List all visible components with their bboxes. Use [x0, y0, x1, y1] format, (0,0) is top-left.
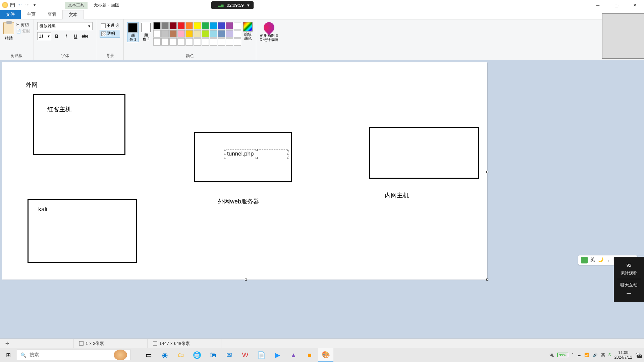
palette-color[interactable] [153, 30, 161, 38]
paste-button[interactable]: 粘贴 [3, 22, 14, 41]
palette-color[interactable] [226, 22, 233, 29]
palette-color[interactable] [194, 30, 201, 38]
palette-color[interactable] [202, 30, 209, 38]
taskbar-app-purple-icon[interactable]: ▲ [286, 348, 301, 362]
taskbar-wps-icon[interactable]: W [237, 348, 253, 362]
font-size-select[interactable]: 11▾ [37, 32, 51, 40]
palette-color[interactable] [153, 22, 161, 29]
strikethrough-button[interactable]: abc [81, 32, 89, 40]
taskbar-app-orange-icon[interactable]: ■ [302, 348, 317, 362]
start-button[interactable]: ⊞ [0, 348, 17, 362]
taskbar-store-icon[interactable]: 🛍 [205, 348, 221, 362]
palette-color[interactable] [161, 22, 169, 29]
font-family-select[interactable]: 微软雅黑▾ [37, 22, 93, 30]
palette-color[interactable] [218, 38, 225, 46]
tray-power-icon[interactable]: 🔌 [549, 353, 554, 357]
palette-color[interactable] [210, 22, 217, 29]
taskbar-app-blue-icon[interactable]: ▶ [270, 348, 285, 362]
paint3d-button[interactable]: 使用画图 3 D 进行编辑 [260, 22, 278, 42]
task-view-icon[interactable]: ▭ [141, 348, 156, 362]
tab-view[interactable]: 查看 [42, 10, 62, 19]
minimize-button[interactable]: ─ [589, 0, 607, 10]
palette-color[interactable] [226, 30, 233, 38]
copy-button[interactable]: 📄 复制 [16, 28, 30, 34]
palette-color[interactable] [185, 22, 193, 29]
taskbar-search[interactable]: 🔍 搜索 [17, 350, 131, 360]
tray-battery[interactable]: 99% [557, 353, 568, 357]
palette-color[interactable] [234, 30, 241, 38]
ime-moon-icon[interactable]: 🌙 [598, 257, 603, 263]
taskbar-chrome-icon[interactable]: 🌐 [189, 348, 205, 362]
tab-file[interactable]: 文件 [0, 10, 21, 19]
palette-color[interactable] [177, 38, 185, 46]
palette-color[interactable] [153, 38, 161, 46]
palette-color[interactable] [218, 22, 225, 29]
group-colors: 颜 色 1 颜 色 2 编辑 颜色 颜色 [124, 19, 256, 60]
palette-color[interactable] [177, 30, 185, 38]
tab-home[interactable]: 主页 [21, 10, 42, 19]
qat-dropdown-icon[interactable]: ▾ [32, 2, 38, 8]
palette-color[interactable] [169, 38, 177, 46]
palette-color[interactable] [226, 38, 233, 46]
canvas-handle-right[interactable] [486, 171, 488, 173]
palette-color[interactable] [185, 30, 193, 38]
timer-dropdown-icon[interactable]: ▾ [247, 3, 250, 8]
tray-clock[interactable]: 11:09 2024/7/12 [614, 350, 632, 360]
save-qat-icon[interactable]: 💾 [9, 2, 15, 8]
underline-button[interactable]: U [71, 32, 79, 40]
close-button[interactable]: ✕ [626, 0, 644, 10]
live-chat-label[interactable]: 聊天互动 [617, 282, 641, 288]
paint-canvas[interactable]: 外网 红客主机 kali tunnel.php 外网web服务器 内网主机 [2, 62, 487, 280]
tray-chevron-up-icon[interactable]: ˄ [572, 353, 574, 357]
tab-text[interactable]: 文本 [62, 10, 84, 19]
bg-transparent-option[interactable]: 透明 [100, 30, 120, 38]
undo-qat-icon[interactable]: ↶ [17, 2, 23, 8]
live-collapse-icon[interactable]: — [617, 291, 641, 296]
canvas-handle-bottom[interactable] [245, 279, 247, 281]
palette-color[interactable] [161, 38, 169, 46]
palette-color[interactable] [202, 22, 209, 29]
taskbar-notepad-icon[interactable]: 📄 [254, 348, 269, 362]
palette-color[interactable] [177, 22, 185, 29]
palette-color[interactable] [169, 30, 177, 38]
tray-notifications-icon[interactable]: 💬10 [636, 353, 641, 357]
palette-color[interactable] [161, 30, 169, 38]
palette-color[interactable] [210, 38, 217, 46]
palette-color[interactable] [234, 22, 241, 29]
palette-color[interactable] [210, 30, 217, 38]
taskbar-edge-icon[interactable]: ◉ [157, 348, 172, 362]
bg-opaque-option[interactable]: 不透明 [100, 22, 120, 29]
tray-volume-icon[interactable]: 🔊 [593, 353, 598, 357]
taskbar-mail-icon[interactable]: ✉ [221, 348, 237, 362]
ime-comma-icon[interactable]: ， [606, 257, 611, 263]
crosshair-icon: ✛ [5, 341, 9, 346]
cut-button[interactable]: ✂ 剪切 [16, 22, 30, 28]
palette-color[interactable] [169, 22, 177, 29]
search-art-icon [114, 350, 127, 360]
palette-color[interactable] [202, 38, 209, 46]
palette-color[interactable] [185, 38, 193, 46]
bold-button[interactable]: B [53, 32, 61, 40]
canvas-text-editing-tunnel[interactable]: tunnel.php [225, 149, 288, 158]
ime-lang[interactable]: 英 [590, 257, 595, 263]
italic-button[interactable]: I [62, 32, 70, 40]
redo-qat-icon[interactable]: ↷ [24, 2, 30, 8]
recording-timer[interactable]: ▁▃▅ 02:09:59 ▾ [211, 1, 254, 9]
tray-wifi-icon[interactable]: 📶 [584, 353, 589, 357]
color1-button[interactable]: 颜 色 1 [127, 22, 139, 42]
tray-cloud-icon[interactable]: ☁ [577, 353, 581, 357]
tray-ime-icon[interactable]: S [608, 353, 611, 357]
maximize-button[interactable]: ▢ [607, 0, 626, 10]
palette-color[interactable] [218, 30, 225, 38]
tray-lang[interactable]: 英 [601, 352, 605, 358]
group-label-colors: 颜色 [127, 52, 253, 59]
canvas-handle-corner[interactable] [486, 279, 488, 281]
color2-button[interactable]: 颜 色 2 [141, 22, 151, 42]
palette-color[interactable] [194, 38, 201, 46]
selection-icon [79, 341, 84, 346]
taskbar-paint-icon[interactable]: 🎨 [318, 348, 333, 362]
edit-colors-button[interactable]: 编辑 颜色 [243, 22, 253, 40]
palette-color[interactable] [234, 38, 241, 46]
taskbar-explorer-icon[interactable]: 🗂 [173, 348, 189, 362]
palette-color[interactable] [194, 22, 201, 29]
